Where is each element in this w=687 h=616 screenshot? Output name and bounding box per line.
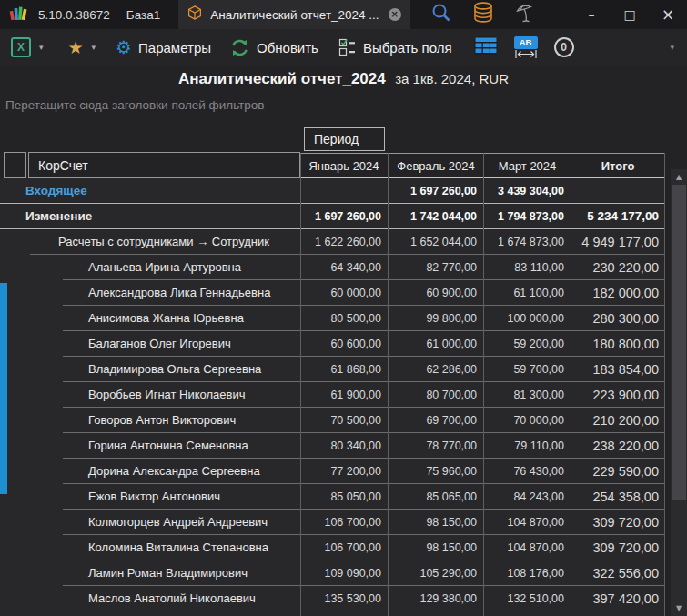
row-cell[interactable]: 83 110,00	[483, 255, 571, 280]
report-tab[interactable]: Аналитический отчет_2024 ... ×	[178, 0, 409, 29]
row-cell[interactable]: 109 090,00	[300, 560, 388, 586]
row-label[interactable]: Ежов Виктор Антонович	[88, 484, 220, 510]
row-cell[interactable]: 1 697 260,00	[300, 204, 388, 229]
vertical-scrollbar[interactable]: ▲ ▼	[671, 169, 687, 616]
row-cell[interactable]: 70 500,00	[300, 408, 388, 433]
auto-width-icon[interactable]: AB	[514, 36, 538, 59]
scroll-down-icon[interactable]: ▼	[671, 601, 687, 616]
row-cell[interactable]: 135 530,00	[300, 586, 388, 611]
row-label[interactable]: Коломина Виталина Степановна	[88, 535, 268, 560]
row-cell[interactable]: 104 870,00	[483, 535, 571, 560]
row-cell[interactable]: 80 340,00	[300, 433, 388, 459]
row-cell[interactable]: 180 800,00	[571, 331, 665, 357]
database-button[interactable]	[472, 1, 494, 28]
row-label[interactable]: Маслов Анатолий Николаевич	[88, 586, 256, 611]
select-fields-icon[interactable]	[338, 38, 357, 56]
close-button[interactable]: ×	[649, 0, 687, 29]
excel-export-button[interactable]: X	[11, 37, 31, 57]
row-cell[interactable]: 98 150,00	[388, 535, 483, 560]
row-cell[interactable]: 100 000,00	[483, 306, 571, 331]
row-cell[interactable]: 183 854,00	[571, 357, 665, 382]
row-cell[interactable]: 397 420,00	[571, 586, 665, 611]
parameters-button[interactable]: Параметры	[138, 40, 211, 56]
row-label[interactable]: Воробьев Игнат Николаевич	[88, 382, 246, 408]
table-row[interactable]: Расчеты с сотрудниками → Сотрудник 1 622…	[0, 229, 665, 255]
row-cell[interactable]: 84 243,00	[483, 484, 571, 510]
row-cell[interactable]: 61 000,00	[388, 331, 483, 357]
row-cell[interactable]: 182 000,00	[571, 280, 665, 306]
table-row[interactable]: Владимирова Ольга Сергеевна 61 868,00 62…	[0, 357, 665, 382]
row-cell[interactable]: 4 949 177,00	[571, 229, 665, 255]
row-cell[interactable]: 78 770,00	[388, 433, 483, 459]
row-label[interactable]: Дорина Александра Сергеевна	[88, 459, 260, 484]
database-name[interactable]: База1	[126, 8, 160, 22]
row-cell[interactable]: 59 200,00	[483, 331, 571, 357]
row-cell[interactable]: 238 220,00	[571, 433, 665, 459]
row-cell[interactable]: 85 050,00	[300, 484, 388, 510]
row-cell[interactable]: 229 590,00	[571, 459, 665, 484]
maximize-button[interactable]: □	[611, 0, 649, 29]
row-cell[interactable]: 61 900,00	[300, 382, 388, 408]
row-cell[interactable]: 309 720,00	[571, 535, 665, 560]
search-button[interactable]	[430, 2, 452, 27]
table-row[interactable]: Маслов Анатолий Николаевич 135 530,00 12…	[0, 586, 665, 611]
row-label[interactable]: Расчеты с сотрудниками → Сотрудник	[58, 229, 269, 255]
row-label[interactable]: Анисимова Жанна Юрьевна	[88, 306, 244, 331]
row-cell[interactable]: 60 600,00	[300, 331, 388, 357]
row-cell[interactable]: 69 700,00	[388, 408, 483, 433]
gear-icon[interactable]: ⚙	[116, 38, 132, 56]
row-cell[interactable]: 223 900,00	[571, 382, 665, 408]
refresh-icon[interactable]	[229, 37, 250, 58]
toolbar-overflow-caret-icon[interactable]: ▾	[670, 43, 674, 52]
row-label[interactable]: Балаганов Олег Игоревич	[88, 331, 231, 357]
column-field-period[interactable]: Период	[304, 127, 385, 151]
excel-dropdown-caret-icon[interactable]: ▾	[39, 43, 44, 52]
row-label[interactable]: Ламин Роман Владимирович	[88, 560, 248, 586]
row-cell[interactable]: 80 500,00	[300, 306, 388, 331]
vacation-button[interactable]	[514, 2, 536, 27]
scrollbar-thumb[interactable]	[672, 185, 686, 500]
row-cell[interactable]: 280 300,00	[571, 306, 665, 331]
row-cell[interactable]: 1 622 260,00	[300, 229, 388, 255]
row-cell[interactable]: 322 556,00	[571, 560, 665, 586]
row-cell[interactable]: 75 960,00	[388, 459, 483, 484]
favorites-dropdown-caret-icon[interactable]: ▾	[92, 43, 96, 52]
pivot-corner-cell[interactable]	[4, 152, 26, 178]
table-row[interactable]: Ламин Роман Владимирович 109 090,00 105 …	[0, 560, 665, 586]
table-row[interactable]: Горина Антонина Семеновна 80 340,00 78 7…	[0, 433, 665, 459]
row-label[interactable]: Колмогорцев Андрей Андреевич	[88, 510, 268, 535]
row-label[interactable]: Александрова Лика Геннадьевна	[88, 280, 270, 306]
row-cell[interactable]: 108 176,00	[483, 560, 571, 586]
row-label[interactable]: Говоров Антон Викторович	[88, 408, 236, 433]
row-cell[interactable]: 1 742 044,00	[388, 204, 483, 229]
row-cell[interactable]: 82 770,00	[388, 255, 483, 280]
favorites-star-icon[interactable]: ★	[68, 38, 84, 56]
table-row[interactable]: Анисимова Жанна Юрьевна 80 500,00 99 800…	[0, 306, 665, 331]
row-cell[interactable]: 104 870,00	[483, 510, 571, 535]
table-row[interactable]: Дорина Александра Сергеевна 77 200,00 75…	[0, 459, 665, 484]
table-row[interactable]: Балаганов Олег Игоревич 60 600,00 61 000…	[0, 331, 665, 357]
row-cell[interactable]: 79 110,00	[483, 433, 571, 459]
row-cell[interactable]: 76 430,00	[483, 459, 571, 484]
grid-view-icon[interactable]	[474, 36, 498, 58]
row-cell[interactable]: 98 150,00	[388, 510, 483, 535]
refresh-button[interactable]: Обновить	[257, 40, 318, 56]
column-header-total[interactable]: Итого	[571, 154, 665, 177]
scroll-up-icon[interactable]: ▲	[671, 169, 687, 185]
row-label[interactable]: Входящее	[25, 178, 87, 204]
column-header-jan[interactable]: Январь 2024	[300, 154, 388, 177]
column-header-mar[interactable]: Март 2024	[483, 154, 571, 177]
row-cell[interactable]: 1 697 260,00	[388, 178, 483, 204]
row-cell[interactable]: 3 439 304,00	[483, 178, 571, 204]
row-cell[interactable]: 1 794 873,00	[483, 204, 571, 229]
row-label[interactable]: Изменение	[25, 204, 92, 229]
row-label[interactable]: Владимирова Ольга Сергеевна	[88, 357, 261, 382]
row-cell[interactable]: 210 200,00	[571, 408, 665, 433]
row-cell[interactable]: 129 380,00	[388, 586, 483, 611]
row-cell[interactable]: 105 290,00	[388, 560, 483, 586]
row-cell[interactable]: 60 900,00	[388, 280, 483, 306]
row-cell[interactable]: 64 340,00	[300, 255, 388, 280]
row-cell[interactable]: 59 700,00	[483, 357, 571, 382]
table-row[interactable]: Коломина Виталина Степановна 106 700,00 …	[0, 535, 665, 560]
table-row[interactable]: Ежов Виктор Антонович 85 050,00 85 065,0…	[0, 484, 665, 510]
